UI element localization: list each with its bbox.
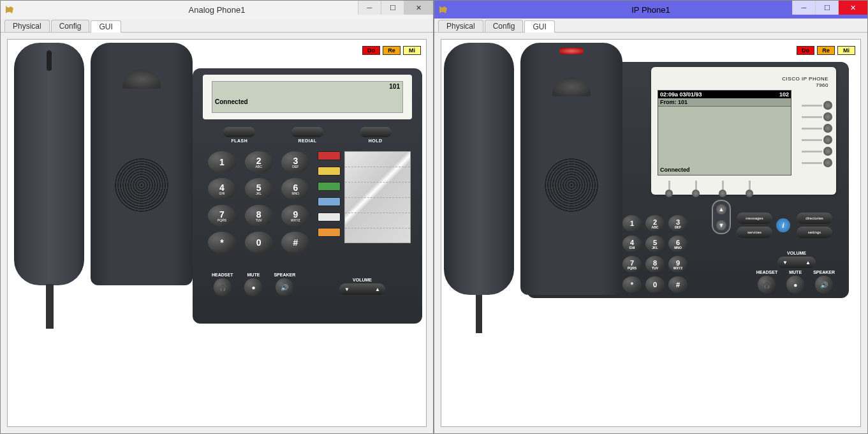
key-0[interactable]: 0 bbox=[645, 276, 665, 293]
key-5[interactable]: 5JKL bbox=[245, 178, 273, 200]
close-button[interactable]: ✕ bbox=[838, 1, 867, 15]
key-9[interactable]: 9WXYZ bbox=[281, 205, 309, 227]
message-waiting-light-icon bbox=[559, 48, 584, 54]
speaker-label: SPEAKER bbox=[274, 273, 295, 277]
speaker-button[interactable]: 🔊 bbox=[815, 276, 833, 294]
headset-button[interactable]: 🎧 bbox=[758, 276, 776, 294]
minimize-button[interactable]: ─ bbox=[358, 1, 381, 15]
redial-button[interactable] bbox=[291, 127, 323, 137]
key-hash[interactable]: # bbox=[281, 232, 309, 253]
tone-do-button[interactable]: Do bbox=[797, 46, 814, 55]
line-button-6[interactable] bbox=[802, 159, 840, 167]
line-key-3[interactable] bbox=[318, 182, 341, 191]
lcd-display: 101 Connected bbox=[212, 81, 403, 113]
line-key-6[interactable] bbox=[318, 228, 341, 237]
line-key-5[interactable] bbox=[318, 213, 341, 221]
services-button[interactable]: services bbox=[737, 227, 772, 238]
key-5[interactable]: 5JKL bbox=[645, 236, 665, 252]
line-key-2[interactable] bbox=[318, 167, 341, 176]
mute-label: MUTE bbox=[247, 273, 260, 277]
settings-button[interactable]: settings bbox=[797, 227, 832, 238]
handset[interactable] bbox=[444, 43, 514, 295]
volume-rocker[interactable]: ▼▲ bbox=[777, 257, 816, 268]
info-button[interactable]: i bbox=[776, 218, 790, 232]
hold-button[interactable] bbox=[360, 127, 392, 137]
maximize-button[interactable]: ☐ bbox=[815, 1, 838, 15]
key-4[interactable]: 4GHI bbox=[622, 236, 642, 252]
mute-button[interactable]: ● bbox=[786, 276, 804, 294]
key-6[interactable]: 6MNO bbox=[281, 178, 309, 200]
key-1[interactable]: 1 bbox=[208, 151, 236, 173]
key-3[interactable]: 3DEF bbox=[281, 151, 309, 173]
tab-gui[interactable]: GUI bbox=[91, 20, 121, 33]
tone-mi-button[interactable]: Mi bbox=[403, 46, 421, 55]
volume-rocker[interactable]: ▼▲ bbox=[339, 283, 385, 295]
key-hash[interactable]: # bbox=[668, 276, 688, 293]
tone-mi-button[interactable]: Mi bbox=[837, 46, 855, 55]
line-button-4[interactable] bbox=[802, 136, 840, 144]
speaker-button[interactable]: 🔊 bbox=[276, 278, 293, 296]
directories-button[interactable]: directories bbox=[797, 213, 832, 224]
key-7[interactable]: 7PQRS bbox=[208, 205, 236, 227]
key-star[interactable]: * bbox=[622, 276, 642, 293]
tab-physical[interactable]: Physical bbox=[438, 20, 483, 32]
volume-label: VOLUME bbox=[787, 251, 806, 255]
tone-re-button[interactable]: Re bbox=[383, 46, 401, 55]
cradle bbox=[91, 43, 193, 285]
key-0[interactable]: 0 bbox=[245, 232, 273, 253]
line-button-3[interactable] bbox=[802, 124, 840, 132]
line-button-1[interactable] bbox=[802, 101, 840, 109]
messages-button[interactable]: messages bbox=[737, 213, 772, 224]
tab-config[interactable]: Config bbox=[51, 20, 90, 32]
minimize-button[interactable]: ─ bbox=[792, 1, 815, 15]
nav-down-button[interactable]: ▼ bbox=[716, 220, 726, 230]
maximize-button[interactable]: ☐ bbox=[381, 1, 404, 15]
softkey-1[interactable] bbox=[665, 181, 673, 197]
tab-bar: Physical Config GUI bbox=[434, 20, 867, 33]
tone-do-button[interactable]: Do bbox=[362, 46, 380, 55]
keypad: 1 2ABC 3DEF 4GHI 5JKL 6MNO 7PQRS 8TUV 9W… bbox=[208, 151, 313, 253]
key-3[interactable]: 3DEF bbox=[668, 215, 688, 232]
line-key-4[interactable] bbox=[318, 197, 341, 206]
brand-label: CISCO IP PHONE 7960 bbox=[782, 76, 828, 88]
speaker-label: SPEAKER bbox=[813, 270, 835, 274]
tab-config[interactable]: Config bbox=[485, 20, 524, 32]
key-9[interactable]: 9WXYZ bbox=[668, 256, 688, 273]
flash-button[interactable] bbox=[223, 127, 255, 137]
key-8[interactable]: 8TUV bbox=[645, 256, 665, 273]
line-button-5[interactable] bbox=[802, 147, 840, 155]
key-2[interactable]: 2ABC bbox=[645, 215, 665, 232]
titlebar[interactable]: IP Phone1 ─ ☐ ✕ bbox=[434, 1, 867, 19]
key-star[interactable]: * bbox=[208, 232, 236, 253]
tab-physical[interactable]: Physical bbox=[4, 20, 50, 32]
mute-button[interactable]: ● bbox=[244, 278, 262, 296]
redial-label: REDIAL bbox=[298, 138, 316, 143]
speaker-grill-icon bbox=[544, 158, 599, 213]
tab-gui[interactable]: GUI bbox=[524, 20, 554, 33]
lcd-display: 02:09a 03/01/93 102 From: 101 Connected bbox=[658, 90, 791, 176]
softkey-3[interactable] bbox=[719, 181, 726, 197]
key-7[interactable]: 7PQRS bbox=[622, 256, 642, 273]
display-from: From: 101 bbox=[658, 98, 791, 107]
line-keys bbox=[318, 151, 341, 237]
lcd-number: 101 bbox=[389, 83, 400, 90]
handset[interactable] bbox=[14, 43, 84, 285]
phone-base: 101 Connected FLASH REDIAL HOLD 1 2ABC 3… bbox=[193, 68, 422, 324]
window-title: IP Phone1 bbox=[631, 5, 670, 15]
key-2[interactable]: 2ABC bbox=[245, 151, 273, 173]
key-8[interactable]: 8TUV bbox=[245, 205, 273, 227]
tone-re-button[interactable]: Re bbox=[817, 46, 835, 55]
key-1[interactable]: 1 bbox=[622, 215, 642, 232]
line-key-1[interactable] bbox=[318, 151, 341, 160]
close-button[interactable]: ✕ bbox=[404, 1, 433, 15]
softkey-4[interactable] bbox=[746, 181, 753, 197]
titlebar[interactable]: Analog Phone1 ─ ☐ ✕ bbox=[1, 1, 433, 19]
headset-button[interactable]: 🎧 bbox=[214, 278, 232, 296]
line-button-2[interactable] bbox=[802, 113, 840, 121]
key-6[interactable]: 6MNO bbox=[668, 236, 688, 252]
headset-label: HEADSET bbox=[756, 270, 777, 274]
key-4[interactable]: 4GHI bbox=[208, 178, 236, 200]
nav-up-button[interactable]: ▲ bbox=[716, 204, 726, 214]
hold-label: HOLD bbox=[369, 138, 383, 143]
softkey-2[interactable] bbox=[692, 181, 700, 197]
